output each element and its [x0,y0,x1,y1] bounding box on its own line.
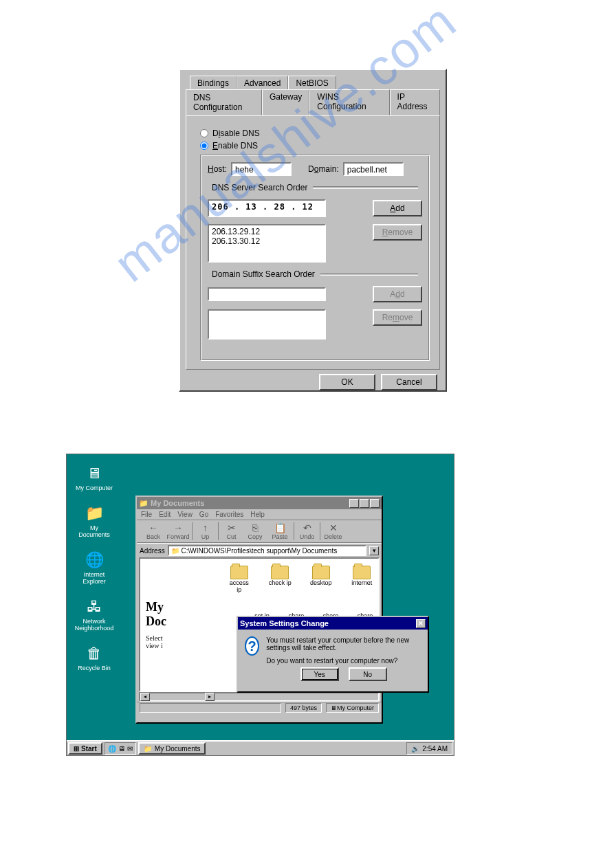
folder-icon: 📁 [171,547,179,555]
tb-label: Back [146,533,160,540]
ok-button[interactable]: OK [319,374,375,390]
tb-label: Up [201,533,210,540]
folder-label: check ip [269,579,292,586]
dns-tab-body: Disable DNS Enable DNS Host: hehe Domain… [186,115,440,370]
maximize-button[interactable]: □ [360,499,369,508]
explorer-titlebar[interactable]: 📁 My Documents _ □ ✕ [137,497,382,509]
disable-dns-radio[interactable] [200,129,208,137]
desktop-icon-label: Internet Explorer [75,571,113,585]
start-button[interactable]: ⊞Start [68,742,102,755]
menu-go[interactable]: Go [199,511,208,518]
outlook-icon: ✉ [127,745,133,753]
windows-icon: ⊞ [74,745,79,753]
cancel-button[interactable]: Cancel [381,374,437,390]
domain-input[interactable]: pacbell.net [343,162,404,176]
folder-item[interactable]: check ip [268,566,293,593]
msgbox-title: System Settings Change [240,619,329,627]
computer-icon: 🖥 [85,464,104,483]
hscrollbar[interactable]: ◂▸ [139,692,380,702]
address-input[interactable]: 📁 C:\WINDOWS\Profiles\tech support\My Do… [168,545,366,556]
tab-ip-address[interactable]: IP Address [390,89,440,115]
host-label: Host: [208,164,227,174]
recycle-icon: 🗑 [85,644,104,663]
cut-icon: ✂ [228,522,236,533]
folder-item[interactable]: desktop [309,566,333,593]
back-icon: ← [149,522,158,533]
suffix-list[interactable] [208,309,326,340]
desktop-icon-label: Network Neighborhood [75,618,114,632]
dns-server-list[interactable]: 206.13.29.12 206.13.30.12 [208,224,326,263]
suffix-input[interactable] [208,287,326,301]
menu-help[interactable]: Help [250,511,265,518]
close-button[interactable]: ✕ [416,619,426,628]
folder-icon: 📁 [85,504,104,523]
dns-remove-button[interactable]: Remove [373,224,422,241]
status-location: 🖥 My Computer [326,703,379,713]
tb-undo[interactable]: ↶Undo [294,522,318,540]
desktop-icon-recycle[interactable]: 🗑Recycle Bin [75,644,113,671]
enable-dns-label: Enable DNS [212,141,258,151]
explorer-menubar: File Edit View Go Favorites Help [137,509,382,520]
folder-item[interactable]: internet [350,566,375,593]
suffix-remove-button[interactable]: Remove [373,309,422,326]
address-dropdown[interactable]: ▾ [369,546,379,555]
taskbar: ⊞Start 🌐🖥✉ 📁My Documents 🔊2:54 AM [67,740,454,755]
tab-wins-configuration[interactable]: WINS Configuration [309,89,389,115]
tab-bindings[interactable]: Bindings [190,76,237,91]
tab-netbios[interactable]: NetBIOS [288,76,336,91]
msgbox-line1: You must restart your computer before th… [266,636,421,652]
tab-advanced[interactable]: Advanced [237,76,288,91]
tab-dns-configuration[interactable]: DNS Configuration [186,89,262,115]
menu-edit[interactable]: Edit [159,511,171,518]
host-input[interactable]: hehe [231,162,292,176]
yes-button[interactable]: Yes [300,667,339,681]
domain-label: Domain: [308,164,339,174]
dns-add-button[interactable]: Add [373,200,422,216]
desktop-icon-network[interactable]: 🖧Network Neighborhood [75,597,113,632]
folder-item[interactable]: access ip [227,566,252,593]
suffix-add-button[interactable]: Add [373,286,422,302]
folder-icon: 📁 [144,745,152,753]
desktop-icon-my-documents[interactable]: 📁My Documents [75,504,113,538]
tab-gateway[interactable]: Gateway [262,89,309,115]
explorer-title: My Documents [151,499,204,507]
minimize-button[interactable]: _ [349,499,359,508]
msgbox-titlebar[interactable]: System Settings Change ✕ [238,617,428,630]
tb-paste[interactable]: 📋Paste [267,522,292,540]
taskbar-button-mydocs[interactable]: 📁My Documents [138,742,206,755]
up-icon: ↑ [203,522,208,533]
tb-up[interactable]: ↑Up [192,522,217,540]
desktop-icon: 🖥 [118,745,125,753]
dns-search-order-label: DNS Server Search Order [212,183,422,192]
delete-icon: ✕ [329,522,338,533]
desktop-icon-label: Recycle Bin [78,665,111,671]
menu-view[interactable]: View [177,511,193,518]
system-tray[interactable]: 🔊2:54 AM [406,742,452,755]
dns-list-item[interactable]: 206.13.30.12 [212,236,322,246]
tb-cut[interactable]: ✂Cut [218,522,243,540]
menu-file[interactable]: File [141,511,152,518]
scroll-left[interactable]: ◂ [140,693,150,701]
dns-ip-input[interactable]: 206 . 13 . 28 . 12 [208,199,326,217]
tb-back[interactable]: ←Back [141,522,166,540]
folder-icon [312,566,330,579]
desktop-icon-ie[interactable]: 🌐Internet Explorer [75,550,113,585]
desktop-icon-my-computer[interactable]: 🖥My Computer [75,464,113,491]
ie-icon: 🌐 [85,550,104,570]
enable-dns-radio[interactable] [200,142,208,150]
tb-copy[interactable]: ⎘Copy [243,522,267,540]
clock: 2:54 AM [422,745,448,753]
quick-launch[interactable]: 🌐🖥✉ [105,742,136,755]
dns-list-item[interactable]: 206.13.29.12 [212,227,322,236]
tb-forward[interactable]: →Forward [166,522,190,540]
menu-favorites[interactable]: Favorites [215,511,243,518]
msgbox-line2: Do you want to restart your computer now… [266,657,421,665]
tb-label: Undo [300,533,315,540]
copy-icon: ⎘ [252,522,258,533]
desktop-icon-label: My Computer [76,485,113,491]
tb-delete[interactable]: ✕Delete [320,522,344,540]
scroll-right[interactable]: ▸ [205,693,215,701]
no-button[interactable]: No [349,667,387,681]
desktop-icon-label: My Documents [75,524,113,538]
close-button[interactable]: ✕ [370,499,380,508]
